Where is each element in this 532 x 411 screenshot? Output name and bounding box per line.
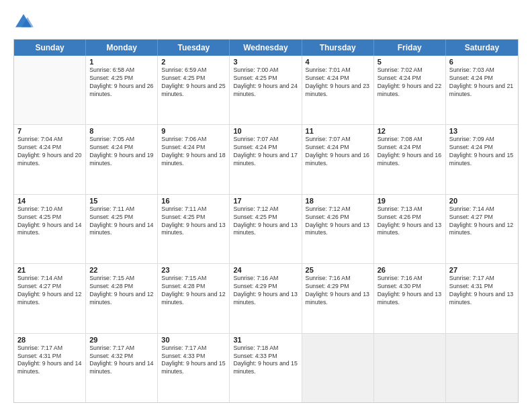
day-number: 12 [378,127,442,135]
day-cell-2: 2Sunrise: 6:59 AMSunset: 4:25 PMDaylight… [158,56,230,124]
day-number: 5 [378,58,442,66]
day-info: Sunrise: 7:08 AMSunset: 4:24 PMDaylight:… [378,136,442,168]
logo [13,12,36,32]
day-cell-24: 24Sunrise: 7:16 AMSunset: 4:29 PMDayligh… [230,264,302,332]
empty-cell [14,56,86,124]
day-number: 8 [89,127,154,135]
day-number: 14 [17,197,82,205]
day-cell-15: 15Sunrise: 7:11 AMSunset: 4:25 PMDayligh… [86,195,158,263]
day-cell-30: 30Sunrise: 7:17 AMSunset: 4:33 PMDayligh… [158,334,230,402]
day-cell-7: 7Sunrise: 7:04 AMSunset: 4:24 PMDaylight… [14,125,86,193]
weekday-header-sunday: Sunday [14,40,86,56]
day-cell-1: 1Sunrise: 6:58 AMSunset: 4:25 PMDaylight… [86,56,158,124]
day-cell-29: 29Sunrise: 7:17 AMSunset: 4:32 PMDayligh… [86,334,158,402]
day-info: Sunrise: 6:58 AMSunset: 4:25 PMDaylight:… [89,66,154,99]
day-info: Sunrise: 7:15 AMSunset: 4:28 PMDaylight:… [161,275,226,307]
day-number: 24 [233,266,298,274]
day-cell-10: 10Sunrise: 7:07 AMSunset: 4:24 PMDayligh… [230,125,302,193]
day-info: Sunrise: 7:07 AMSunset: 4:24 PMDaylight:… [233,136,298,168]
day-number: 9 [161,127,226,135]
day-number: 4 [306,58,370,66]
weekday-header-friday: Friday [374,40,446,56]
calendar-row-1: 1Sunrise: 6:58 AMSunset: 4:25 PMDaylight… [14,56,518,124]
weekday-header-tuesday: Tuesday [158,40,230,56]
day-info: Sunrise: 7:12 AMSunset: 4:25 PMDaylight:… [233,205,298,238]
day-cell-5: 5Sunrise: 7:02 AMSunset: 4:24 PMDaylight… [374,56,446,124]
day-cell-22: 22Sunrise: 7:15 AMSunset: 4:28 PMDayligh… [86,264,158,332]
day-cell-9: 9Sunrise: 7:06 AMSunset: 4:24 PMDaylight… [158,125,230,193]
calendar-row-3: 14Sunrise: 7:10 AMSunset: 4:25 PMDayligh… [14,194,518,263]
day-info: Sunrise: 7:13 AMSunset: 4:26 PMDaylight:… [378,205,442,238]
day-cell-8: 8Sunrise: 7:05 AMSunset: 4:24 PMDaylight… [86,125,158,193]
day-info: Sunrise: 7:01 AMSunset: 4:24 PMDaylight:… [306,66,370,99]
day-number: 18 [306,197,370,205]
day-info: Sunrise: 7:11 AMSunset: 4:25 PMDaylight:… [89,205,154,238]
day-cell-27: 27Sunrise: 7:17 AMSunset: 4:31 PMDayligh… [446,264,518,332]
day-number: 23 [161,266,226,274]
day-number: 28 [17,336,82,344]
header [13,12,519,32]
logo-icon [13,12,34,32]
day-info: Sunrise: 7:15 AMSunset: 4:28 PMDaylight:… [89,275,154,307]
day-info: Sunrise: 7:16 AMSunset: 4:29 PMDaylight:… [233,275,298,307]
day-cell-28: 28Sunrise: 7:17 AMSunset: 4:31 PMDayligh… [14,334,86,402]
day-number: 7 [17,127,82,135]
page: SundayMondayTuesdayWednesdayThursdayFrid… [0,0,532,411]
day-info: Sunrise: 7:06 AMSunset: 4:24 PMDaylight:… [161,136,226,168]
day-info: Sunrise: 7:00 AMSunset: 4:25 PMDaylight:… [233,66,298,99]
day-number: 16 [161,197,226,205]
day-number: 11 [306,127,370,135]
calendar-row-5: 28Sunrise: 7:17 AMSunset: 4:31 PMDayligh… [14,333,518,402]
weekday-header-monday: Monday [86,40,158,56]
calendar-body: 1Sunrise: 6:58 AMSunset: 4:25 PMDaylight… [14,56,518,402]
empty-cell [374,334,446,402]
day-cell-18: 18Sunrise: 7:12 AMSunset: 4:26 PMDayligh… [302,195,374,263]
day-number: 30 [161,336,226,344]
day-number: 1 [89,58,154,66]
day-cell-19: 19Sunrise: 7:13 AMSunset: 4:26 PMDayligh… [374,195,446,263]
day-number: 29 [89,336,154,344]
day-number: 26 [378,266,442,274]
day-info: Sunrise: 7:14 AMSunset: 4:27 PMDaylight:… [17,275,82,307]
day-number: 6 [449,58,515,66]
day-info: Sunrise: 7:17 AMSunset: 4:31 PMDaylight:… [449,275,515,307]
day-info: Sunrise: 7:05 AMSunset: 4:24 PMDaylight:… [89,136,154,168]
day-info: Sunrise: 7:16 AMSunset: 4:30 PMDaylight:… [378,275,442,307]
day-cell-12: 12Sunrise: 7:08 AMSunset: 4:24 PMDayligh… [374,125,446,193]
day-number: 3 [233,58,298,66]
day-info: Sunrise: 7:09 AMSunset: 4:24 PMDaylight:… [449,136,515,168]
weekday-header-thursday: Thursday [302,40,374,56]
day-info: Sunrise: 7:11 AMSunset: 4:25 PMDaylight:… [161,205,226,238]
empty-cell [302,334,374,402]
day-cell-14: 14Sunrise: 7:10 AMSunset: 4:25 PMDayligh… [14,195,86,263]
day-info: Sunrise: 7:12 AMSunset: 4:26 PMDaylight:… [306,205,370,238]
day-number: 25 [306,266,370,274]
day-number: 31 [233,336,298,344]
day-info: Sunrise: 7:04 AMSunset: 4:24 PMDaylight:… [17,136,82,168]
day-cell-21: 21Sunrise: 7:14 AMSunset: 4:27 PMDayligh… [14,264,86,332]
day-info: Sunrise: 7:18 AMSunset: 4:33 PMDaylight:… [233,345,298,377]
day-info: Sunrise: 7:14 AMSunset: 4:27 PMDaylight:… [449,205,515,238]
day-cell-13: 13Sunrise: 7:09 AMSunset: 4:24 PMDayligh… [446,125,518,193]
day-number: 10 [233,127,298,135]
calendar: SundayMondayTuesdayWednesdayThursdayFrid… [13,39,519,403]
day-cell-17: 17Sunrise: 7:12 AMSunset: 4:25 PMDayligh… [230,195,302,263]
day-number: 20 [449,197,515,205]
day-cell-3: 3Sunrise: 7:00 AMSunset: 4:25 PMDaylight… [230,56,302,124]
day-number: 21 [17,266,82,274]
day-cell-4: 4Sunrise: 7:01 AMSunset: 4:24 PMDaylight… [302,56,374,124]
day-cell-23: 23Sunrise: 7:15 AMSunset: 4:28 PMDayligh… [158,264,230,332]
day-info: Sunrise: 7:17 AMSunset: 4:33 PMDaylight:… [161,345,226,377]
day-info: Sunrise: 7:16 AMSunset: 4:29 PMDaylight:… [306,275,370,307]
day-number: 13 [449,127,515,135]
day-number: 2 [161,58,226,66]
day-number: 15 [89,197,154,205]
day-info: Sunrise: 6:59 AMSunset: 4:25 PMDaylight:… [161,66,226,99]
weekday-header-wednesday: Wednesday [230,40,302,56]
day-cell-25: 25Sunrise: 7:16 AMSunset: 4:29 PMDayligh… [302,264,374,332]
day-info: Sunrise: 7:10 AMSunset: 4:25 PMDaylight:… [17,205,82,238]
day-number: 22 [89,266,154,274]
calendar-header: SundayMondayTuesdayWednesdayThursdayFrid… [14,40,518,56]
day-cell-16: 16Sunrise: 7:11 AMSunset: 4:25 PMDayligh… [158,195,230,263]
day-cell-31: 31Sunrise: 7:18 AMSunset: 4:33 PMDayligh… [230,334,302,402]
